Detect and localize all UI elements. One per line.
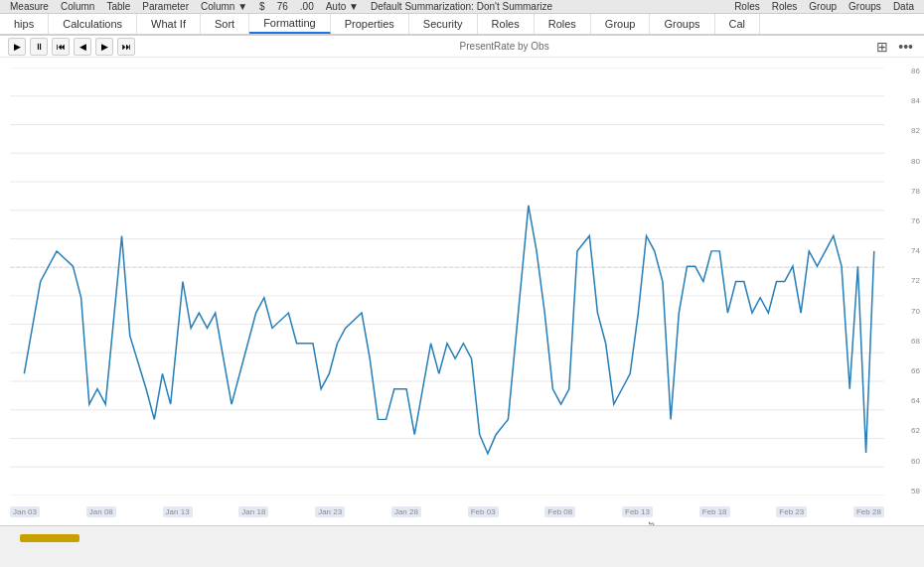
tab-whatif[interactable]: What If [137, 14, 201, 34]
toolbar-num[interactable]: 76 [271, 1, 294, 12]
toolbar-table[interactable]: Table [100, 1, 136, 12]
tab-sort[interactable]: Sort [201, 14, 249, 34]
tab-hips[interactable]: hips [0, 14, 49, 34]
toolbar-group[interactable]: Group [803, 1, 843, 12]
tab-calculations[interactable]: Calculations [49, 14, 137, 34]
x-label-feb23: Feb 23 [776, 506, 807, 517]
toolbar-dollar[interactable]: $ [253, 1, 271, 12]
tab-group[interactable]: Group [591, 14, 651, 34]
toolbar-roles1[interactable]: Roles [728, 1, 766, 12]
x-label-jan18: Jan 18 [238, 506, 268, 517]
chart-title: PresentRate by Obs [460, 41, 549, 52]
toolbar-summarization: Default Summarization: Don't Summarize [365, 1, 728, 12]
scroll-indicator[interactable] [20, 534, 79, 542]
y-label-64: 64 [911, 397, 920, 405]
y-label-68: 68 [911, 338, 920, 346]
x-label-jan03: Jan 03 [10, 506, 40, 517]
forward-button[interactable]: ▶ [95, 38, 113, 56]
x-label-feb03: Feb 03 [468, 506, 499, 517]
toolbar-measure[interactable]: Measure [4, 1, 55, 12]
top-toolbar: Measure Column Table Parameter Column ▼ … [0, 0, 924, 14]
toolbar-data[interactable]: Data [887, 1, 920, 12]
x-axis-labels: Jan 03 Jan 08 Jan 13 Jan 18 Jan 23 Jan 2… [10, 506, 884, 517]
chart-line [24, 206, 873, 454]
y-label-74: 74 [911, 247, 920, 255]
y-label-86: 86 [911, 68, 920, 75]
chart-container: 86 84 82 80 78 76 74 72 70 68 66 64 62 6… [0, 58, 924, 525]
skip-back-button[interactable]: ⏮ [52, 38, 70, 56]
expand-icon[interactable]: ⊞ [873, 39, 891, 55]
tab-groups[interactable]: Groups [650, 14, 714, 34]
x-label-feb28: Feb 28 [853, 506, 884, 517]
x-label-jan23: Jan 23 [315, 506, 345, 517]
tab-roles1[interactable]: Roles [478, 14, 535, 34]
playback-controls: ▶ ⏸ ⏮ ◀ ▶ ⏭ [8, 38, 135, 56]
tab-cal[interactable]: Cal [715, 14, 761, 34]
toolbar-groups[interactable]: Groups [843, 1, 887, 12]
tab-formatting[interactable]: Formatting [249, 14, 331, 34]
pause-button[interactable]: ⏸ [30, 38, 48, 56]
line-chart-svg [10, 68, 884, 496]
more-icon[interactable]: ••• [895, 39, 916, 55]
y-label-66: 66 [911, 367, 920, 375]
y-label-76: 76 [911, 217, 920, 225]
sub-ribbon: hips Calculations What If Sort Formattin… [0, 14, 924, 36]
toolbar-auto[interactable]: Auto ▼ [320, 1, 365, 12]
skip-fwd-button[interactable]: ⏭ [117, 38, 135, 56]
tab-security[interactable]: Security [409, 14, 478, 34]
y-label-84: 84 [911, 97, 920, 105]
y-label-82: 82 [911, 127, 920, 135]
y-label-60: 60 [911, 458, 920, 466]
tab-properties[interactable]: Properties [331, 14, 409, 34]
play-button[interactable]: ▶ [8, 38, 26, 56]
chart-area: ▶ ⏸ ⏮ ◀ ▶ ⏭ PresentRate by Obs ⊞ ••• [0, 36, 924, 525]
x-label-feb13: Feb 13 [622, 506, 653, 517]
toolbar-column2[interactable]: Column ▼ [195, 1, 253, 12]
toolbar-parameter[interactable]: Parameter [136, 1, 195, 12]
y-label-78: 78 [911, 188, 920, 196]
back-button[interactable]: ◀ [74, 38, 91, 56]
y-label-62: 62 [911, 427, 920, 435]
x-label-jan13: Jan 13 [163, 506, 193, 517]
y-label-80: 80 [911, 158, 920, 166]
x-label-feb08: Feb 08 [544, 506, 575, 517]
toolbar-column[interactable]: Column [55, 1, 100, 12]
tab-roles2[interactable]: Roles [535, 14, 591, 34]
chart-header: ▶ ⏸ ⏮ ◀ ▶ ⏭ PresentRate by Obs ⊞ ••• [0, 36, 924, 58]
bottom-bar [0, 525, 924, 545]
x-label-feb18: Feb 18 [699, 506, 730, 517]
y-label-70: 70 [911, 308, 920, 316]
y-axis-labels: 86 84 82 80 78 76 74 72 70 68 66 64 62 6… [911, 68, 920, 496]
y-label-58: 58 [911, 488, 920, 496]
x-label-jan08: Jan 08 [86, 506, 116, 517]
chart-actions: ⊞ ••• [873, 39, 916, 55]
toolbar-roles2[interactable]: Roles [766, 1, 804, 12]
toolbar-decimal[interactable]: .00 [294, 1, 320, 12]
x-label-jan28: Jan 28 [391, 506, 421, 517]
y-label-72: 72 [911, 277, 920, 285]
